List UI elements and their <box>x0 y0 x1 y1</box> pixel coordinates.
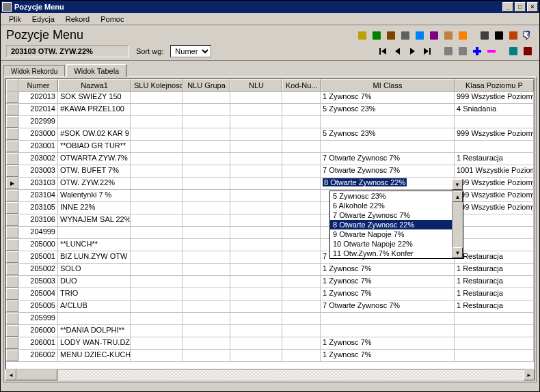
cell[interactable] <box>455 325 534 337</box>
cell[interactable] <box>131 313 183 324</box>
cell[interactable]: BIZ LUN.ZYW OTW <box>58 251 131 263</box>
cell[interactable]: LODY WAN-TRU.DZ <box>58 337 131 349</box>
cell[interactable] <box>230 202 282 214</box>
row-header[interactable] <box>6 165 18 177</box>
row-header[interactable] <box>6 178 18 189</box>
cell[interactable]: 203002 <box>18 153 58 165</box>
row-header[interactable] <box>6 264 18 275</box>
cell[interactable] <box>455 141 534 152</box>
cell[interactable]: 205999 <box>18 313 58 324</box>
row-header[interactable] <box>6 239 18 251</box>
cell[interactable] <box>282 116 321 128</box>
cell[interactable]: 206002 <box>18 350 58 361</box>
table-row[interactable]: 203002OTWARTA ZYW.7%7 Otwarte Zywnosc 7%… <box>6 153 534 165</box>
cell[interactable]: A/CLUB <box>58 300 131 312</box>
cell[interactable] <box>230 264 282 275</box>
cell[interactable]: 999 Wszystkie Poziomy <box>455 202 534 214</box>
cell[interactable] <box>282 325 321 337</box>
cell[interactable]: DUO <box>58 276 131 288</box>
table-row[interactable]: 205999 <box>6 313 534 325</box>
cell[interactable] <box>455 227 534 238</box>
filter-icon[interactable] <box>428 29 440 42</box>
cell[interactable] <box>282 104 321 115</box>
cell[interactable]: **OBIAD GR TUR** <box>58 141 131 152</box>
dropdown-item[interactable]: 7 Otwarte Zywnosc 7% <box>330 210 452 220</box>
cell[interactable] <box>131 251 183 263</box>
table-row[interactable]: 203001**OBIAD GR TUR** <box>6 141 534 153</box>
dropdown-item[interactable]: 11 Otw.Zywn.7% Konfer <box>330 249 452 258</box>
cell[interactable]: 999 Wszystkie Poziomy <box>455 178 534 189</box>
cell[interactable]: INNE 22% <box>58 202 131 214</box>
cell[interactable] <box>183 178 230 189</box>
row-header[interactable] <box>6 350 18 361</box>
cell[interactable]: 7 Otwarte Zywnosc 7% <box>321 165 455 177</box>
scroll-left-icon[interactable]: ◄ <box>5 369 16 380</box>
cell[interactable] <box>282 350 321 361</box>
cell[interactable] <box>230 165 282 177</box>
cell[interactable] <box>131 227 183 238</box>
cell[interactable] <box>455 239 534 251</box>
data-grid[interactable]: Numer Nazwa1 SLU Kolejnosc NLU Grupa NLU… <box>5 79 535 369</box>
paste-icon[interactable] <box>385 29 397 42</box>
row-header[interactable] <box>6 153 18 165</box>
cell[interactable]: 5 Zywnosc 23% <box>321 104 455 115</box>
cell[interactable]: 1 Restauracja <box>455 153 534 165</box>
cell[interactable] <box>183 128 230 140</box>
cell[interactable]: 206000 <box>18 325 58 337</box>
cell[interactable] <box>131 239 183 251</box>
cell[interactable] <box>183 165 230 177</box>
cell[interactable]: 4 Sniadania <box>455 104 534 115</box>
cell[interactable] <box>282 141 321 152</box>
cell[interactable]: 204999 <box>18 227 58 238</box>
col-mi-class[interactable]: MI Class <box>321 79 455 92</box>
cell[interactable]: 999 Wszystkie Poziomy <box>455 92 534 103</box>
col-nazwa1[interactable]: Nazwa1 <box>58 79 131 92</box>
cell[interactable] <box>131 141 183 152</box>
cell[interactable]: 205001 <box>18 251 58 263</box>
cell[interactable] <box>230 92 282 103</box>
cell[interactable]: #KAWA PRZEL100 <box>58 104 131 115</box>
cut-icon[interactable] <box>370 29 383 42</box>
cell[interactable]: SOLO <box>58 264 131 275</box>
cell[interactable]: 1 Zywnosc 7% <box>321 288 455 300</box>
cell[interactable] <box>230 178 282 189</box>
row-header[interactable] <box>6 300 18 312</box>
delete-icon[interactable] <box>399 29 411 42</box>
cell[interactable] <box>131 337 183 349</box>
cell[interactable]: 1 Zywnosc 7% <box>321 92 455 103</box>
table-row[interactable]: 205002SOLO1 Zywnosc 7%1 Restauracja <box>6 264 534 276</box>
cell[interactable]: 203105 <box>18 202 58 214</box>
cell[interactable] <box>282 288 321 300</box>
binoculars-icon[interactable] <box>493 29 505 42</box>
cell[interactable] <box>230 251 282 263</box>
cell[interactable] <box>131 276 183 288</box>
cell[interactable] <box>230 350 282 361</box>
cell[interactable] <box>230 313 282 324</box>
cell[interactable]: 7 Otwarte Zywnosc 7% <box>321 153 455 165</box>
cell[interactable] <box>183 202 230 214</box>
cell[interactable]: 206001 <box>18 337 58 349</box>
table-row[interactable]: 202014#KAWA PRZEL1005 Zywnosc 23%4 Sniad… <box>6 104 534 116</box>
cell[interactable] <box>230 128 282 140</box>
prev-icon[interactable] <box>392 45 404 57</box>
cell[interactable] <box>183 116 230 128</box>
row-header[interactable] <box>6 214 18 226</box>
copy-icon[interactable] <box>356 29 368 42</box>
close-button[interactable]: × <box>527 2 538 12</box>
cell[interactable]: SOK SWIEZY 150 <box>58 92 131 103</box>
cell[interactable]: WYNAJEM SAL 22% <box>58 214 131 226</box>
cell[interactable] <box>183 350 230 361</box>
cell[interactable]: 1 Restauracja <box>455 300 534 312</box>
cell[interactable] <box>230 325 282 337</box>
tab-widok-tabela[interactable]: Widok Tabela <box>66 64 126 77</box>
row-header[interactable] <box>6 288 18 300</box>
cell[interactable] <box>183 239 230 251</box>
cell[interactable]: 203106 <box>18 214 58 226</box>
cell[interactable] <box>321 313 455 324</box>
maximize-button[interactable]: □ <box>515 2 526 12</box>
cell[interactable] <box>58 116 131 128</box>
cell[interactable]: **DANIA DOLPHI** <box>58 325 131 337</box>
cell[interactable]: 203000 <box>18 128 58 140</box>
sort-icon[interactable] <box>457 29 469 42</box>
cell[interactable] <box>131 202 183 214</box>
